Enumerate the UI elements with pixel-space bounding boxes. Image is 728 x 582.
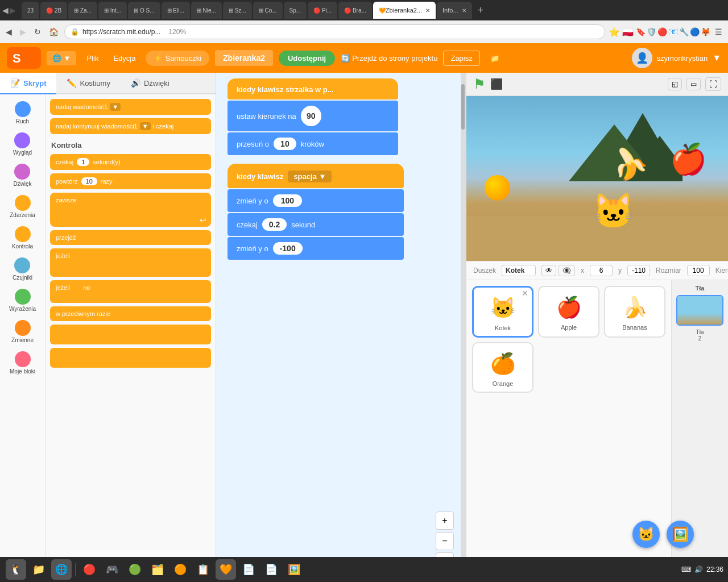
green-flag-btn[interactable]: ⚑ [473, 76, 486, 92]
globe-button[interactable]: 🌐 ▼ [47, 51, 76, 65]
ext3[interactable]: 🔴 [657, 27, 667, 36]
add-sprite-btn[interactable]: 🐱 [632, 521, 660, 548]
folder-btn[interactable]: 📁 [486, 52, 504, 65]
size-value[interactable]: 100 [687, 265, 710, 276]
cat-events[interactable]: Zdarzenia [7, 193, 37, 221]
tab-nie[interactable]: ⊞ Nie... [191, 2, 222, 19]
taskbar-app6[interactable]: 📋 [193, 559, 213, 580]
tab-bra[interactable]: 🔴 Bra... [338, 2, 372, 19]
block-until[interactable]: w przeciwnym razie [50, 306, 211, 321]
edit-menu[interactable]: Edycja [109, 52, 140, 65]
ext4[interactable]: 📧 [668, 27, 678, 36]
val-direction[interactable]: 90 [301, 106, 321, 126]
forward-btn[interactable]: ▶ [10, 6, 16, 15]
taskbar-app10[interactable]: 🖼️ [284, 559, 304, 580]
tutorials-btn[interactable]: ⚡ Samouczki [146, 51, 209, 66]
val-y-100[interactable]: 100 [273, 194, 302, 207]
sprite-card-bananas[interactable]: 🍌 Bananas [604, 286, 665, 338]
tab-script[interactable]: 📝 Skrypt [0, 73, 56, 94]
cat-variables[interactable]: Zmienne [9, 318, 36, 346]
save-btn[interactable]: Zapisz [443, 51, 479, 66]
val-y-neg100[interactable]: -100 [273, 242, 303, 255]
user-dropdown-icon[interactable]: ▼ [712, 53, 721, 63]
username[interactable]: szymonkrystian [657, 54, 708, 63]
taskbar-app8[interactable]: 📄 [238, 559, 259, 580]
block-extra2[interactable] [50, 348, 211, 368]
block-repeat-val[interactable]: 10 [81, 177, 97, 185]
see-project-btn[interactable]: 🔄 Przejdź do strony projektu [341, 54, 437, 63]
cat-looks[interactable]: Wygląd [11, 130, 34, 158]
block-send-message[interactable]: nadaj wiadomość1 ▼ [50, 99, 211, 115]
sprite-card-apple[interactable]: 🍎 Apple [538, 286, 599, 338]
view-normal-btn[interactable]: ▭ [686, 78, 701, 90]
hat-dropdown-2[interactable]: spacja ▼ [288, 171, 332, 182]
tab-pil[interactable]: 🔴 Pi... [308, 2, 337, 19]
taskbar-app7[interactable]: 🧡 [216, 559, 236, 580]
new-tab-btn[interactable]: + [473, 5, 489, 16]
tab-os[interactable]: ⊞ O S... [128, 2, 160, 19]
bookmark-icon[interactable]: ⭐ [609, 27, 620, 38]
tab-28[interactable]: 🔴 2B [40, 2, 67, 19]
zoom-in-btn[interactable]: + [436, 512, 454, 530]
tab-close-scratch[interactable]: ✕ [425, 7, 430, 14]
ext1[interactable]: 🔖 [636, 27, 646, 36]
val-steps[interactable]: 10 [274, 138, 296, 150]
hat-block-2[interactable]: kiedy klawisz spacja ▼ [228, 164, 404, 188]
block-forever[interactable]: zawsze ↩ [50, 193, 211, 227]
project-name-field[interactable]: Zbieranka2 [215, 50, 273, 66]
cat-myblocks[interactable]: Moje bloki [7, 349, 38, 377]
block-if2[interactable]: jeżeli [50, 248, 211, 277]
nav-home[interactable]: 🏠 [47, 25, 61, 39]
tab-scratch[interactable]: 🧡 Zbieranka2... ✕ [373, 2, 436, 19]
visible-btn[interactable]: 👁 [541, 265, 556, 276]
systray-sound[interactable]: 🔊 [694, 566, 703, 573]
sprite-delete-kotek[interactable]: ✕ [522, 289, 528, 298]
stop-btn[interactable]: ⬛ [490, 78, 503, 90]
block-if[interactable]: przejdź [50, 230, 211, 245]
block-wait-val[interactable]: 1 [77, 158, 89, 166]
taskbar-app9[interactable]: 📄 [261, 559, 282, 580]
block-extra1[interactable] [50, 325, 211, 344]
taskbar-browser[interactable]: 🌐 [51, 559, 72, 580]
tab-co[interactable]: ⊞ Co... [253, 2, 283, 19]
sprite-card-orange[interactable]: 🍊 Orange [472, 342, 533, 393]
ext7[interactable]: 🦊 [701, 27, 710, 36]
file-menu[interactable]: Plik [82, 52, 103, 65]
share-btn[interactable]: Udostępnij [279, 51, 335, 66]
tab-spe[interactable]: Sp... [284, 2, 307, 19]
taskbar-app4[interactable]: 🗂️ [147, 559, 168, 580]
cat-control[interactable]: Kontrola [10, 224, 35, 252]
sprite-card-kotek[interactable]: ✕ 🐱 Kotek [472, 286, 533, 338]
block-change-y-100[interactable]: zmień y o 100 [228, 189, 404, 212]
hat-block-1[interactable]: kiedy klawisz strzalka w p... [228, 78, 398, 99]
sprite-name-val[interactable]: Kotek [502, 265, 536, 276]
nav-forward[interactable]: ▶ [18, 25, 28, 39]
cat-motion[interactable]: Ruch [13, 99, 33, 127]
tab-szo[interactable]: ⊞ Sz... [223, 2, 252, 19]
block-wait[interactable]: czekaj 1 sekund(y) [50, 154, 211, 170]
block-wait-02[interactable]: czekaj 0.2 sekund [228, 213, 404, 236]
block-recv-message[interactable]: nadaj kontynuuj wiadomości1 ▼ i czekaj [50, 118, 211, 134]
ext2[interactable]: 🛡️ [647, 27, 656, 36]
view-fullscreen-btn[interactable]: ⛶ [705, 77, 721, 91]
menu-btn[interactable]: ☰ [713, 25, 725, 39]
tab-eli[interactable]: ⊞ Eli... [162, 2, 190, 19]
tab-info[interactable]: Info... ✕ [437, 2, 472, 19]
script-canvas[interactable]: kiedy klawisz strzalka w p... ustaw kier… [216, 73, 466, 582]
taskbar-app3[interactable]: 🟢 [125, 559, 145, 580]
ext6[interactable]: 🔵 [690, 27, 700, 36]
zoom-out-btn[interactable]: − [436, 532, 454, 550]
systray-keyboard[interactable]: ⌨ [681, 566, 691, 573]
view-small-btn[interactable]: ◱ [668, 78, 682, 90]
add-scene-btn[interactable]: 🖼️ [667, 521, 694, 548]
block-repeat[interactable]: powtórz 10 razy [50, 173, 211, 189]
taskbar-app5[interactable]: 🟠 [170, 559, 191, 580]
nav-back[interactable]: ◀ [3, 25, 14, 39]
taskbar-start[interactable]: 🐧 [6, 559, 26, 580]
scrollbar-vertical[interactable] [461, 73, 465, 582]
block-if-else[interactable]: jeżeli no [50, 280, 211, 303]
tab-close-info[interactable]: ✕ [462, 7, 466, 14]
scrollbar-thumb[interactable] [461, 84, 465, 130]
tab-za[interactable]: ⊞ Za... [68, 2, 97, 19]
tab-23[interactable]: 23 [22, 2, 39, 19]
